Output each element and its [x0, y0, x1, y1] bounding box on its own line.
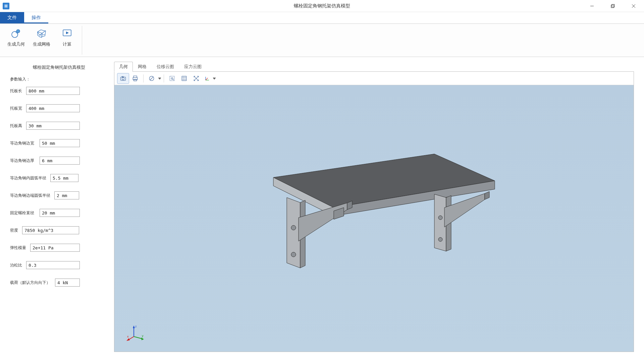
svg-point-43	[438, 216, 442, 220]
axis-triad: z y x	[127, 325, 144, 342]
angle-edger-input[interactable]	[54, 191, 79, 199]
app-icon	[3, 3, 9, 9]
angle-thick-label: 等边角钢边厚	[10, 158, 40, 164]
svg-text:z: z	[135, 325, 137, 328]
bracket-model	[247, 140, 501, 282]
geometry-icon	[10, 27, 22, 39]
zoom-extents-icon[interactable]	[166, 73, 178, 84]
tab-geometry[interactable]: 几何	[114, 62, 133, 72]
svg-marker-18	[158, 78, 161, 79]
plate-wid-label: 托板宽	[10, 106, 26, 111]
svg-marker-49	[141, 338, 144, 340]
angle-thick-input[interactable]	[40, 157, 80, 165]
maximize-button[interactable]	[602, 0, 623, 12]
svg-marker-32	[287, 197, 300, 268]
svg-rect-3	[612, 4, 614, 7]
toolbar-separator	[143, 74, 144, 82]
svg-line-17	[150, 77, 153, 80]
svg-text:x: x	[127, 335, 129, 338]
menu-bar: 文件 操作	[0, 12, 644, 23]
input-header: 参数输入：	[10, 76, 108, 82]
svg-point-11	[122, 77, 124, 80]
compute-label: 计算	[63, 41, 71, 47]
axis-icon[interactable]	[202, 73, 212, 84]
menu-file[interactable]: 文件	[0, 12, 24, 23]
generate-geometry-button[interactable]: 生成几何	[3, 26, 29, 55]
axis-dropdown[interactable]	[212, 77, 216, 80]
plate-wid-input[interactable]	[26, 104, 80, 112]
3d-canvas[interactable]: z y x	[114, 85, 634, 352]
tab-stress[interactable]: 应力云图	[179, 62, 207, 72]
angle-edger-label: 等边角钢边端圆弧半径	[10, 193, 54, 198]
panel-title: 螺栓固定角钢托架仿真模型	[10, 64, 108, 70]
generate-mesh-label: 生成网格	[33, 41, 50, 47]
bolt-dia-input[interactable]	[40, 209, 80, 217]
angle-inr-label: 等边角钢内圆弧半径	[10, 175, 50, 181]
toolbar-separator	[164, 74, 164, 82]
bolt-dia-label: 固定螺栓直径	[10, 210, 40, 216]
angle-width-label: 等边角钢边宽	[10, 140, 40, 146]
svg-point-38	[291, 252, 296, 257]
titlebar: 螺栓固定角钢托架仿真模型	[0, 0, 644, 12]
density-label: 密度	[10, 228, 22, 233]
young-label: 弹性模量	[10, 245, 30, 251]
no-entry-dropdown[interactable]	[158, 77, 162, 80]
window-title: 螺栓固定角钢托架仿真模型	[294, 3, 350, 9]
svg-rect-13	[133, 76, 137, 77]
poisson-label: 泊松比	[10, 262, 26, 268]
plate-hgt-input[interactable]	[26, 122, 80, 130]
svg-marker-28	[213, 78, 216, 79]
tab-displacement[interactable]: 位移云图	[152, 62, 179, 72]
window-controls	[582, 0, 644, 12]
svg-marker-42	[485, 191, 489, 199]
svg-line-27	[206, 78, 208, 80]
compute-icon	[61, 27, 73, 39]
angle-inr-input[interactable]	[50, 174, 78, 182]
reset-view-icon[interactable]	[190, 73, 202, 84]
svg-marker-52	[126, 338, 130, 341]
svg-point-37	[291, 225, 296, 230]
angle-width-input[interactable]	[40, 139, 80, 147]
view-frame: z y x	[114, 71, 634, 352]
generate-geometry-label: 生成几何	[7, 41, 25, 47]
generate-mesh-button[interactable]: 生成网格	[29, 26, 54, 55]
svg-rect-15	[134, 79, 137, 81]
poisson-input[interactable]	[26, 261, 80, 269]
plate-len-label: 托板长	[10, 88, 26, 94]
viewer-tabs: 几何 网格 位移云图 应力云图	[114, 62, 634, 72]
svg-rect-22	[182, 76, 186, 80]
mesh-icon	[36, 27, 48, 39]
svg-text:y: y	[142, 334, 144, 338]
plate-len-input[interactable]	[26, 87, 80, 95]
svg-point-7	[16, 29, 20, 33]
svg-rect-2	[611, 5, 614, 8]
density-input[interactable]	[22, 226, 79, 234]
load-label: 载荷（默认方向向下）	[10, 280, 55, 286]
svg-marker-9	[66, 32, 69, 34]
print-icon[interactable]	[129, 73, 141, 84]
svg-line-21	[173, 79, 174, 80]
close-button[interactable]	[623, 0, 644, 12]
svg-marker-46	[133, 325, 135, 328]
svg-point-44	[438, 237, 442, 241]
parameters-panel: 螺栓固定角钢托架仿真模型 参数输入： 托板长 托板宽 托板高 等边角钢边宽 等边…	[0, 57, 114, 362]
ribbon-separator	[82, 26, 82, 55]
minimize-button[interactable]	[582, 0, 602, 12]
tab-mesh[interactable]: 网格	[133, 62, 152, 72]
view-toolbar	[114, 72, 634, 85]
zoom-box-icon[interactable]	[178, 73, 190, 84]
menu-operate[interactable]: 操作	[24, 12, 48, 23]
ribbon: 生成几何 生成网格 计算	[0, 23, 644, 57]
viewer-area: 几何 网格 位移云图 应力云图	[114, 57, 644, 362]
no-entry-icon[interactable]	[146, 73, 158, 84]
young-input[interactable]	[30, 244, 80, 252]
load-input[interactable]	[55, 279, 80, 287]
snapshot-icon[interactable]	[117, 73, 129, 84]
compute-button[interactable]: 计算	[54, 26, 80, 55]
plate-hgt-label: 托板高	[10, 123, 26, 129]
